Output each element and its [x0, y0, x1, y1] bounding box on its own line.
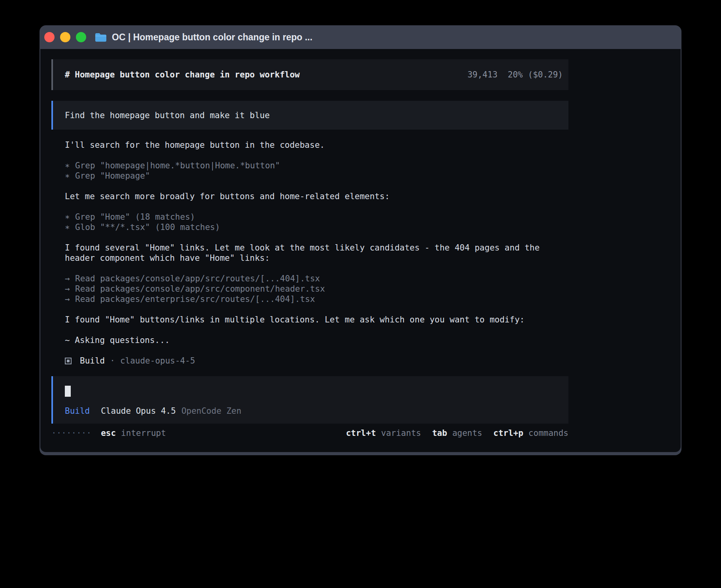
- hint-key: ctrl+p: [493, 428, 523, 438]
- tool-pending-icon: ∗: [65, 160, 70, 171]
- status-bar-left: ········ escinterrupt: [51, 428, 166, 438]
- session-title: # Homepage button color change in repo w…: [65, 70, 300, 79]
- titlebar[interactable]: OC | Homepage button color change in rep…: [40, 25, 681, 49]
- tool-read-arrow-icon: →: [65, 294, 70, 304]
- assistant-text-line: Let me search more broadly for buttons a…: [65, 191, 568, 202]
- assistant-text: I found "Home" buttons/links in multiple…: [65, 315, 568, 325]
- hint-key: esc: [101, 428, 116, 438]
- tool-call-group: ∗Grep "homepage|home.*button|Home.*butto…: [65, 160, 568, 181]
- input-mode-label: Build: [65, 406, 90, 416]
- hint-label: interrupt: [121, 428, 166, 438]
- traffic-lights: [44, 32, 86, 42]
- tool-call-group: ∗Grep "Home" (18 matches) ∗Glob "**/*.ts…: [65, 212, 568, 232]
- status-line: ~ Asking questions...: [65, 335, 568, 345]
- tool-call-text: Grep "Homepage": [75, 171, 150, 181]
- prompt-input[interactable]: Build Claude Opus 4.5 OpenCode Zen: [51, 376, 568, 424]
- tool-call-text: Read packages/console/app/src/component/…: [75, 284, 325, 294]
- tool-call-text: Glob "**/*.tsx" (100 matches): [75, 222, 220, 232]
- tool-call-line: ∗Grep "Home" (18 matches): [65, 212, 568, 222]
- hint-key: ctrl+t: [346, 428, 376, 438]
- terminal-content: # Homepage button color change in repo w…: [51, 49, 568, 439]
- hint-label: commands: [528, 428, 568, 438]
- tool-read-arrow-icon: →: [65, 284, 70, 294]
- user-message-text: Find the homepage button and make it blu…: [65, 110, 270, 121]
- agent-line: Build · claude-opus-4-5: [65, 356, 568, 366]
- tool-pending-icon: ∗: [65, 171, 70, 181]
- context-percent: 20%: [508, 70, 523, 79]
- agent-name: Build: [80, 356, 105, 366]
- agent-model: claude-opus-4-5: [120, 356, 195, 366]
- input-model-label: Claude Opus 4.5: [101, 406, 176, 416]
- tool-call-line: ∗Grep "Homepage": [65, 171, 568, 181]
- assistant-text: Let me search more broadly for buttons a…: [65, 191, 568, 202]
- hint-commands: ctrl+pcommands: [493, 428, 568, 438]
- spinner-dots-icon: ········: [51, 428, 91, 438]
- assistant-text-line: I'll search for the homepage button in t…: [65, 140, 568, 150]
- token-count: 39,413: [468, 70, 498, 79]
- tool-call-line: ∗Glob "**/*.tsx" (100 matches): [65, 222, 568, 232]
- terminal-view: # Homepage button color change in repo w…: [40, 49, 681, 452]
- tool-call-text: Read packages/enterprise/src/routes/[...…: [75, 294, 315, 304]
- input-provider-label: OpenCode Zen: [181, 406, 242, 416]
- tool-call-group: →Read packages/console/app/src/routes/[.…: [65, 273, 568, 304]
- hint-label: variants: [381, 428, 421, 438]
- tool-call-text: Grep "Home" (18 matches): [75, 212, 195, 222]
- session-header: # Homepage button color change in repo w…: [51, 59, 568, 90]
- terminal-window: OC | Homepage button color change in rep…: [40, 25, 681, 455]
- text-cursor: [65, 386, 71, 397]
- tool-pending-icon: ∗: [65, 212, 70, 222]
- agent-square-icon: [65, 358, 72, 364]
- tool-read-arrow-icon: →: [65, 273, 70, 284]
- folder-icon: [95, 32, 107, 42]
- status-text: ~ Asking questions...: [65, 335, 568, 345]
- tool-call-line: →Read packages/console/app/src/component…: [65, 284, 568, 294]
- tool-pending-icon: ∗: [65, 222, 70, 232]
- status-bar: ········ escinterrupt ctrl+tvariants tab…: [51, 428, 568, 439]
- hint-variants: ctrl+tvariants: [346, 428, 421, 438]
- tool-call-line: →Read packages/enterprise/src/routes/[..…: [65, 294, 568, 304]
- input-meta: Build Claude Opus 4.5 OpenCode Zen: [65, 406, 568, 416]
- assistant-text: I'll search for the homepage button in t…: [65, 140, 568, 150]
- session-stats: 39,41320%($0.29): [468, 70, 563, 79]
- user-message: Find the homepage button and make it blu…: [51, 101, 568, 130]
- hint-interrupt: escinterrupt: [101, 428, 166, 438]
- hint-label: agents: [452, 428, 482, 438]
- assistant-text-line: I found several "Home" links. Let me loo…: [65, 243, 568, 263]
- tool-call-text: Read packages/console/app/src/routes/[..…: [75, 274, 320, 283]
- session-cost: ($0.29): [528, 70, 563, 79]
- zoom-button[interactable]: [76, 32, 86, 42]
- separator-dot: ·: [110, 356, 115, 366]
- window-title: OC | Homepage button color change in rep…: [112, 32, 312, 43]
- tool-call-line: ∗Grep "homepage|home.*button|Home.*butto…: [65, 160, 568, 171]
- tool-call-line: →Read packages/console/app/src/routes/[.…: [65, 273, 568, 284]
- assistant-text-line: I found "Home" buttons/links in multiple…: [65, 315, 568, 325]
- minimize-button[interactable]: [60, 32, 70, 42]
- conversation: I'll search for the homepage button in t…: [51, 130, 568, 366]
- hint-key: tab: [432, 428, 447, 438]
- assistant-text: I found several "Home" links. Let me loo…: [65, 243, 568, 263]
- close-button[interactable]: [44, 32, 55, 42]
- hint-agents: tabagents: [432, 428, 482, 438]
- tool-call-text: Grep "homepage|home.*button|Home.*button…: [75, 161, 280, 170]
- status-bar-right: ctrl+tvariants tabagents ctrl+pcommands: [346, 428, 568, 438]
